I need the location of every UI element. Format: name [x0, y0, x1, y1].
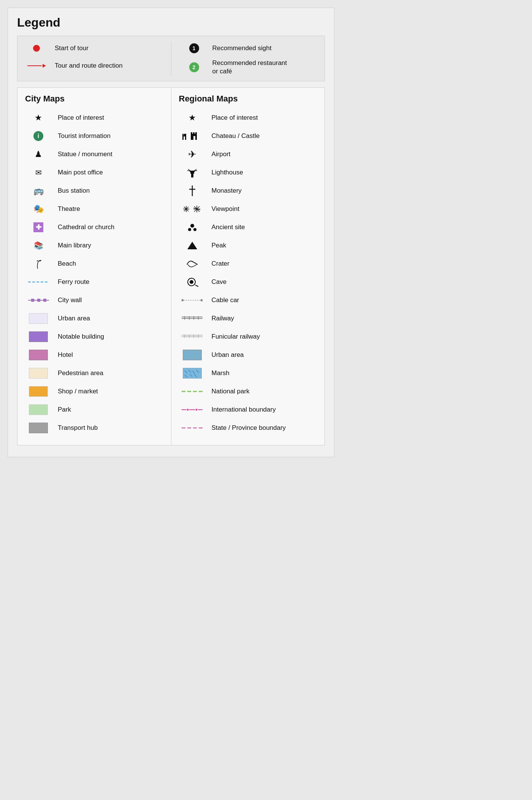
urban-area-regional-icon: [179, 350, 206, 360]
svg-point-39: [190, 280, 193, 284]
transport-hub-icon: [25, 423, 52, 433]
svg-point-66: [187, 409, 189, 411]
list-item: ✉ Main post office: [25, 164, 163, 181]
cable-car-icon: [179, 298, 206, 303]
svg-rect-12: [193, 132, 195, 135]
lighthouse-label: Lighthouse: [212, 168, 243, 177]
tourist-info-icon: i: [25, 131, 52, 141]
list-item: Shop / market: [25, 383, 163, 400]
list-item: 1 Recommended sight: [183, 41, 317, 55]
legend-page: Legend Start of tour Tour and route dire…: [8, 8, 334, 457]
list-item: International boundary: [179, 401, 317, 418]
urban-area-city-icon: [25, 313, 52, 324]
list-item: Funicular railway: [179, 328, 317, 345]
list-item: Tour and route direction: [25, 59, 160, 73]
list-item: 📚 Main library: [25, 237, 163, 254]
railway-icon: [179, 316, 206, 321]
cable-car-label: Cable car: [212, 296, 239, 304]
place-of-interest-icon: ★: [25, 113, 52, 123]
castle-icon: [179, 131, 206, 141]
svg-rect-2: [31, 299, 34, 302]
national-park-icon: [179, 390, 206, 393]
list-item: 🎭 Theatre: [25, 200, 163, 218]
pedestrian-area-icon: [25, 368, 52, 379]
svg-rect-15: [193, 136, 195, 140]
list-item: Cable car: [179, 291, 317, 309]
list-item: ✈ Airport: [179, 146, 317, 163]
funicular-icon: [179, 334, 206, 339]
svg-rect-9: [184, 136, 185, 140]
tourist-info-label: Tourist information: [58, 132, 111, 140]
monastery-label: Monastery: [212, 187, 242, 195]
svg-rect-6: [182, 134, 184, 136]
ferry-route-icon: [25, 280, 52, 284]
intl-boundary-icon: [179, 408, 206, 412]
statue-label: Statue / monument: [58, 150, 112, 158]
list-item: Lighthouse: [179, 164, 317, 181]
post-office-label: Main post office: [58, 168, 103, 177]
peak-icon: [179, 240, 206, 251]
svg-point-41: [182, 299, 184, 301]
svg-rect-56: [183, 368, 202, 379]
svg-point-35: [188, 228, 191, 231]
list-item: Cave: [179, 273, 317, 291]
airport-icon: ✈: [179, 149, 206, 160]
svg-rect-3: [37, 299, 40, 302]
svg-rect-4: [43, 299, 46, 302]
castle-label: Chateau / Castle: [212, 132, 260, 140]
crater-label: Crater: [212, 260, 230, 268]
list-item: Beach: [25, 255, 163, 272]
svg-marker-37: [187, 242, 197, 249]
national-park-label: National park: [212, 387, 250, 396]
statue-icon: ♟: [25, 149, 52, 159]
intl-boundary-label: International boundary: [212, 406, 276, 414]
recommended-sight-label: Recommended sight: [212, 44, 272, 52]
list-item: Peak: [179, 237, 317, 254]
city-maps-column: City Maps ★ Place of interest i Tourist …: [17, 88, 171, 445]
post-office-icon: ✉: [25, 168, 52, 177]
list-item: Notable building: [25, 328, 163, 345]
cave-icon: [179, 277, 206, 287]
cathedral-label: Cathedral or church: [58, 223, 114, 231]
park-icon: [25, 404, 52, 415]
list-item: City wall: [25, 291, 163, 309]
regional-place-icon: ★: [179, 113, 206, 123]
place-of-interest-label: Place of interest: [58, 114, 104, 122]
marsh-icon: [179, 368, 206, 379]
hotel-label: Hotel: [58, 351, 73, 359]
list-item: 🚌 Bus station: [25, 182, 163, 200]
park-label: Park: [58, 406, 71, 414]
cathedral-icon: ✚: [25, 222, 52, 232]
airport-label: Airport: [212, 150, 231, 158]
svg-point-36: [193, 228, 196, 231]
top-section: Start of tour Tour and route direction 1: [17, 36, 325, 81]
list-item: Marsh: [179, 364, 317, 382]
top-right: 1 Recommended sight 2 Recommended restau…: [183, 41, 317, 76]
list-item: Park: [25, 401, 163, 418]
notable-building-icon: [25, 331, 52, 342]
funicular-label: Funicular railway: [212, 333, 260, 341]
state-boundary-icon: [179, 426, 206, 429]
svg-point-34: [190, 224, 194, 228]
list-item: 2 Recommended restaurantor café: [183, 59, 317, 76]
recommended-restaurant-label: Recommended restaurantor café: [212, 59, 287, 76]
crater-icon: [179, 259, 206, 268]
list-item: Start of tour: [25, 41, 160, 55]
list-item: State / Province boundary: [179, 419, 317, 437]
start-tour-icon: [25, 45, 48, 52]
svg-rect-8: [185, 134, 186, 136]
notable-building-label: Notable building: [58, 333, 104, 341]
list-item: Pedestrian area: [25, 364, 163, 382]
recommended-restaurant-icon: 2: [183, 62, 206, 72]
regional-maps-column: Regional Maps ★ Place of interest: [171, 88, 325, 445]
viewpoint-label: Viewpoint: [212, 205, 239, 213]
list-item: ★ Place of interest: [179, 109, 317, 127]
city-maps-title: City Maps: [25, 94, 163, 104]
list-item: Viewpoint: [179, 200, 317, 218]
list-item: i Tourist information: [25, 127, 163, 145]
list-item: ★ Place of interest: [25, 109, 163, 127]
bus-station-label: Bus station: [58, 187, 90, 195]
regional-maps-title: Regional Maps: [179, 94, 317, 104]
urban-area-city-label: Urban area: [58, 314, 90, 323]
ancient-site-icon: [179, 223, 206, 232]
